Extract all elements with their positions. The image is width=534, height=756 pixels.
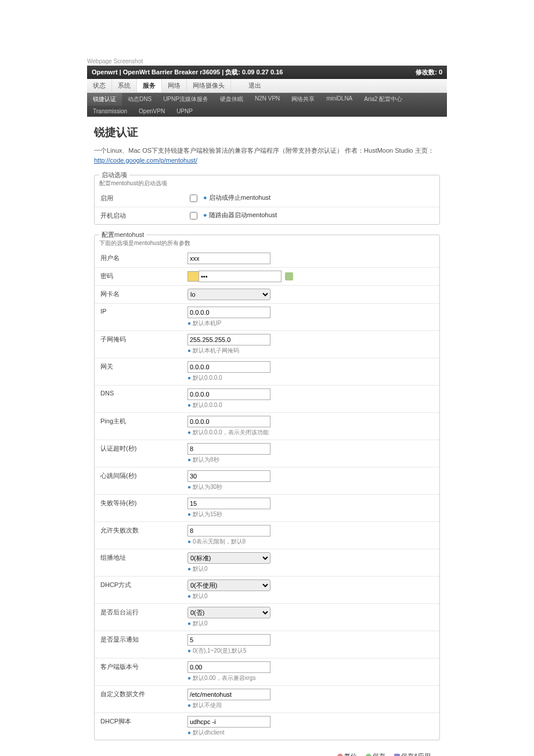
sub-tab-6[interactable]: miniDLNA — [320, 93, 358, 106]
config-row: 组播地址0(标准)●默认0 — [95, 549, 439, 576]
info-icon: ● — [203, 211, 207, 218]
field-label: 子网掩码 — [100, 334, 187, 344]
sub-tab-8[interactable]: Transmission — [87, 106, 133, 117]
field-hint: ●0(否),1~20(是),默认5 — [187, 647, 434, 655]
startup-row: 启用 ● 启动或停止mentohust — [95, 190, 439, 207]
sub-tab-7[interactable]: Aria2 配置中心 — [358, 93, 408, 106]
text-input[interactable] — [187, 716, 270, 728]
text-input[interactable] — [187, 470, 270, 482]
field-hint: ●默认本机IP — [187, 319, 434, 327]
sub-tab-2[interactable]: UPNP流媒体服务 — [157, 93, 214, 106]
field-hint: ●默认0.00，表示兼容xrgs — [187, 674, 434, 682]
config-fieldset: 配置mentohust 下面的选项是mentohust的所有参数 用户名密码网卡… — [94, 231, 440, 740]
info-icon: ● — [187, 347, 191, 354]
info-icon: ● — [187, 456, 191, 463]
field-label: 密码 — [100, 271, 187, 280]
select-input[interactable]: 0(否) — [187, 607, 270, 618]
text-input[interactable] — [187, 253, 270, 264]
field-label: 网卡名 — [100, 289, 187, 298]
text-input[interactable] — [187, 661, 270, 673]
field-hint: 随路由器启动mentohust — [209, 211, 277, 218]
main-tab-3[interactable]: 网络 — [162, 79, 187, 92]
changes-count[interactable]: 修改数: 0 — [416, 68, 442, 77]
sub-tab-0[interactable]: 锐捷认证 — [87, 93, 122, 106]
text-input[interactable] — [187, 525, 270, 537]
field-hint: ●默认0.0.0.0 — [187, 401, 434, 409]
field-label: 用户名 — [100, 253, 187, 262]
text-input[interactable] — [187, 689, 270, 700]
sub-tab-5[interactable]: 网络共享 — [286, 93, 320, 106]
info-icon: ● — [187, 566, 191, 572]
config-row: 客户端版本号●默认0.00，表示兼容xrgs — [95, 658, 439, 685]
field-hint: ●默认不使用 — [187, 701, 434, 710]
info-icon: ● — [187, 675, 191, 681]
info-icon: ● — [187, 375, 191, 381]
info-icon: ● — [187, 511, 191, 517]
password-input[interactable] — [199, 271, 282, 282]
startup-legend: 启动选项 — [99, 171, 129, 179]
reveal-icon[interactable] — [285, 272, 293, 280]
field-label: DHCP方式 — [100, 579, 187, 589]
sub-tab-4[interactable]: N2N VPN — [249, 93, 286, 106]
text-input[interactable] — [187, 361, 270, 373]
info-icon: ● — [187, 593, 191, 599]
text-input[interactable] — [187, 634, 270, 646]
screenshot-caption: Webpage Screenshot — [0, 0, 534, 66]
field-label: IP — [100, 307, 187, 315]
main-tabs: 状态系统服务网络网络摄像头退出 — [87, 79, 447, 93]
main-tab-4[interactable]: 网络摄像头 — [187, 79, 231, 92]
project-link[interactable]: http://code.google.com/p/mentohust/ — [94, 157, 197, 164]
save-button[interactable]: 保存 — [363, 751, 388, 756]
info-icon: ● — [187, 702, 191, 708]
config-subdesc: 下面的选项是mentohust的所有参数 — [95, 239, 439, 250]
checkbox-input[interactable] — [190, 212, 197, 219]
page-description: 一个Linux、Mac OS下支持锐捷客户端校验算法的兼容客户端程序（附带支持赛… — [94, 146, 440, 165]
sub-tab-1[interactable]: 动态DNS — [122, 93, 157, 106]
info-icon: ● — [187, 429, 191, 435]
field-label: 是否后台运行 — [100, 607, 187, 617]
field-hint: ●默认为8秒 — [187, 456, 434, 464]
startup-row: 开机启动 ● 随路由器启动mentohust — [95, 207, 439, 224]
field-label: DNS — [100, 388, 187, 397]
sub-tab-3[interactable]: 硬盘休眠 — [214, 93, 249, 106]
select-input[interactable]: 0(标准) — [187, 552, 270, 564]
config-row: 失败等待(秒)●默认为15秒 — [95, 494, 439, 521]
field-hint: ●默认为30秒 — [187, 483, 434, 491]
config-row: IP●默认本机IP — [95, 303, 439, 330]
startup-subdesc: 配置mentohust的启动选项 — [95, 179, 439, 190]
main-tab-1[interactable]: 系统 — [112, 79, 137, 92]
text-input[interactable] — [187, 416, 270, 427]
config-row: 是否显示通知●0(否),1~20(是),默认5 — [95, 631, 439, 658]
config-row: 心跳间隔(秒)●默认为30秒 — [95, 467, 439, 494]
field-hint: ●默认0 — [187, 592, 434, 600]
config-row: 用户名 — [95, 250, 439, 267]
main-tab-2[interactable]: 服务 — [137, 79, 162, 92]
config-legend: 配置mentohust — [99, 231, 146, 239]
field-label: 认证超时(秒) — [100, 443, 187, 453]
text-input[interactable] — [187, 498, 270, 509]
text-input[interactable] — [187, 307, 270, 318]
info-icon: ● — [203, 194, 207, 201]
select-input[interactable]: lo — [187, 289, 270, 300]
field-hint: ●默认dhclient — [187, 729, 434, 737]
config-row: 子网掩码●默认本机子网掩码 — [95, 330, 439, 358]
reset-button[interactable]: 复位 — [335, 751, 359, 756]
checkbox-input[interactable] — [190, 195, 197, 202]
text-input[interactable] — [187, 334, 270, 345]
field-label: 自定义数据文件 — [100, 689, 187, 699]
text-input[interactable] — [187, 388, 270, 400]
field-label: 失败等待(秒) — [100, 498, 187, 507]
logout-tab[interactable]: 退出 — [243, 79, 267, 92]
info-icon: ● — [187, 620, 191, 627]
info-icon: ● — [187, 484, 191, 490]
field-label: 开机启动 — [100, 210, 187, 220]
sub-tab-10[interactable]: UPNP — [171, 106, 199, 117]
text-input[interactable] — [187, 443, 270, 455]
info-icon: ● — [187, 320, 191, 326]
config-row: Ping主机●默认0.0.0.0，表示关闭该功能 — [95, 412, 439, 440]
sub-tab-9[interactable]: OpenVPN — [133, 106, 171, 117]
save-apply-button[interactable]: 保存&应用 — [392, 751, 433, 756]
field-label: 心跳间隔(秒) — [100, 470, 187, 480]
main-tab-0[interactable]: 状态 — [87, 79, 112, 92]
select-input[interactable]: 0(不使用) — [187, 579, 270, 591]
